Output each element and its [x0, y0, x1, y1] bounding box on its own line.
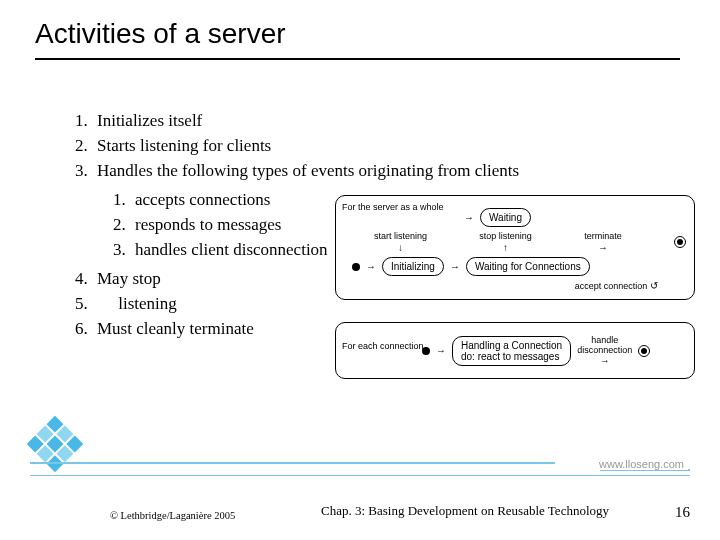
list-text: May stop	[97, 269, 161, 288]
label-stop-listening: stop listening	[479, 231, 532, 241]
list-text: Initializes itself	[97, 111, 202, 130]
state-initializing: Initializing	[382, 257, 444, 276]
page-number: 16	[675, 504, 690, 521]
state-waiting: Waiting	[480, 208, 531, 227]
list-text: Must cleanly terminate	[97, 319, 254, 338]
group-label: For the server as a whole	[342, 202, 444, 212]
footer-rule	[30, 462, 555, 464]
diagram-group-server: For the server as a whole → Waiting star…	[335, 195, 695, 300]
label-handle-disconnection: handle disconnection	[577, 335, 632, 355]
list-text: Starts listening for clients	[97, 136, 271, 155]
main-list: 1.Initializes itself 2.Starts listening …	[75, 110, 519, 183]
diagram-group-connection: For each connection → Handling a Connect…	[335, 322, 695, 379]
list-text: accepts connections	[135, 190, 270, 209]
list-item: 3.Handles the following types of events …	[75, 160, 519, 183]
list-item: 2.Starts listening for clients	[75, 135, 519, 158]
label-accept-connection: accept connection	[575, 281, 648, 291]
list-text: Handles the following types of events or…	[97, 161, 519, 180]
state-diagram: For the server as a whole → Waiting star…	[335, 195, 695, 379]
initial-state-icon	[352, 263, 360, 271]
list-text: handles client disconnection	[135, 240, 328, 259]
final-state-icon	[674, 236, 686, 248]
group-label: For each connection	[342, 341, 424, 351]
label-terminate: terminate	[584, 231, 622, 241]
list-item: 1.Initializes itself	[75, 110, 519, 133]
final-state-icon	[638, 345, 650, 357]
copyright: © Lethbridge/Laganière 2005	[110, 510, 235, 521]
state-handling-connection: Handling a Connection do: react to messa…	[452, 336, 571, 366]
chapter-label: Chap. 3: Basing Development on Reusable …	[310, 504, 620, 519]
site-url: www.lloseng.com	[595, 458, 688, 470]
state-waiting-connections: Waiting for Connections	[466, 257, 590, 276]
footer-rule	[30, 475, 690, 476]
list-text: listening	[97, 294, 177, 313]
list-text: responds to messages	[135, 215, 281, 234]
label-start-listening: start listening	[374, 231, 427, 241]
title-underline	[35, 58, 680, 60]
slide-title: Activities of a server	[35, 18, 286, 50]
